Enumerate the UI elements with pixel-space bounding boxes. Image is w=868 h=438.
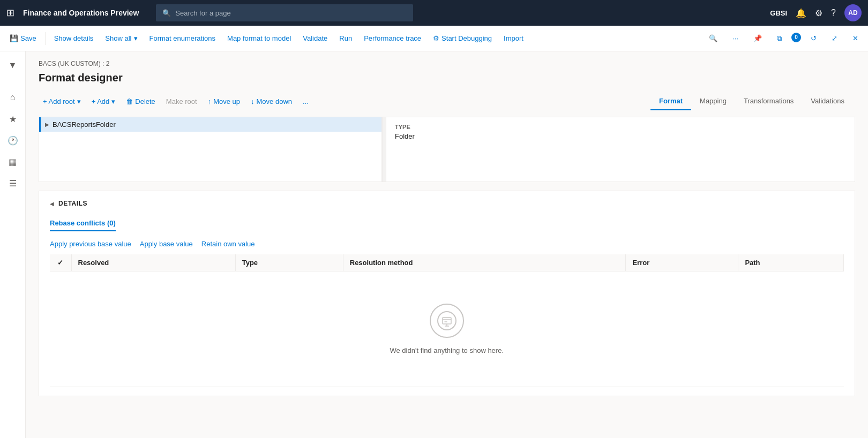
empty-state-icon bbox=[430, 304, 464, 338]
start-debugging-button[interactable]: ⚙ Start Debugging bbox=[428, 31, 497, 46]
filter-icon[interactable]: ▼ bbox=[3, 56, 23, 75]
save-icon: 💾 bbox=[10, 34, 18, 42]
sidebar-icon-workspaces[interactable]: ▦ bbox=[3, 152, 23, 171]
tab-transformations[interactable]: Transformations bbox=[735, 93, 802, 110]
notification-count-badge[interactable]: 0 bbox=[791, 33, 801, 42]
tree-root-row[interactable]: ▶ BACSReportsFolder bbox=[39, 117, 381, 132]
more-toolbar-icon[interactable]: ··· bbox=[727, 31, 744, 46]
section-collapse-arrow-icon: ◀ bbox=[50, 201, 54, 207]
move-down-arrow-icon: ↓ bbox=[251, 97, 255, 105]
view-icon[interactable]: ⧉ bbox=[772, 31, 787, 46]
pin-icon[interactable]: 📌 bbox=[748, 31, 767, 46]
empty-state: We didn't find anything to show here. bbox=[50, 271, 844, 387]
validate-button[interactable]: Validate bbox=[297, 31, 333, 46]
run-button[interactable]: Run bbox=[334, 31, 357, 46]
performance-trace-button[interactable]: Performance trace bbox=[358, 31, 426, 46]
add-button[interactable]: + Add ▾ bbox=[87, 95, 120, 108]
debug-icon: ⚙ bbox=[433, 34, 439, 42]
tab-validations[interactable]: Validations bbox=[802, 93, 853, 110]
show-all-chevron-icon: ▾ bbox=[134, 34, 138, 42]
conflicts-table: ✓ Resolved Type Resolution method Error … bbox=[50, 254, 844, 387]
rebase-conflicts-tab[interactable]: Rebase conflicts (0) bbox=[50, 216, 116, 231]
sidebar-icon-favorites[interactable]: ★ bbox=[3, 109, 23, 129]
move-up-button[interactable]: ↑ Move up bbox=[204, 95, 244, 108]
move-down-button[interactable]: ↓ Move down bbox=[246, 95, 296, 108]
move-up-arrow-icon: ↑ bbox=[208, 97, 212, 105]
tree-panel: ▶ BACSReportsFolder bbox=[39, 117, 382, 182]
tab-format[interactable]: Format bbox=[650, 93, 691, 110]
format-enumerations-button[interactable]: Format enumerations bbox=[144, 31, 221, 46]
sidebar-icon-list[interactable]: ☰ bbox=[3, 173, 23, 193]
help-icon[interactable]: ? bbox=[831, 8, 836, 18]
secondary-toolbar: 💾 Save Show details Show all ▾ Format en… bbox=[0, 26, 868, 51]
tab-bar: Format Mapping Transformations Validatio… bbox=[648, 93, 855, 110]
import-button[interactable]: Import bbox=[498, 31, 529, 46]
panel-split: ▶ BACSReportsFolder Type Folder bbox=[39, 117, 855, 182]
close-icon[interactable]: ✕ bbox=[847, 31, 864, 46]
grid-menu-icon[interactable]: ⊞ bbox=[6, 7, 14, 19]
search-box[interactable]: 🔍 Search for a page bbox=[156, 4, 413, 21]
search-icon: 🔍 bbox=[162, 9, 171, 17]
type-label: Type bbox=[395, 124, 415, 130]
show-all-button[interactable]: Show all ▾ bbox=[100, 31, 143, 46]
breadcrumb: BACS (UK CUSTOM) : 2 bbox=[39, 60, 855, 67]
delete-button[interactable]: 🗑 Delete bbox=[122, 95, 160, 108]
notification-icon[interactable]: 🔔 bbox=[796, 8, 806, 18]
sidebar-icon-home[interactable]: ⌂ bbox=[3, 88, 23, 107]
tree-root-label: BACSReportsFolder bbox=[53, 120, 116, 129]
table-header-row: ✓ Resolved Type Resolution method Error … bbox=[50, 254, 844, 271]
col-type-header: Type bbox=[235, 254, 343, 271]
main-content: BACS (UK CUSTOM) : 2 Format designer + A… bbox=[26, 51, 868, 438]
make-root-button: Make root bbox=[162, 95, 201, 108]
resize-handle[interactable] bbox=[382, 117, 386, 182]
svg-point-0 bbox=[438, 312, 456, 330]
top-nav: ⊞ Finance and Operations Preview 🔍 Searc… bbox=[0, 0, 868, 26]
col-resolved-header: Resolved bbox=[71, 254, 235, 271]
col-resolution-method-header: Resolution method bbox=[343, 254, 626, 271]
more-actions-button[interactable]: ... bbox=[298, 95, 313, 108]
apply-base-button[interactable]: Apply base value bbox=[140, 240, 193, 248]
details-section: ◀ DETAILS Rebase conflicts (0) Apply pre… bbox=[39, 191, 855, 396]
col-path-header: Path bbox=[738, 254, 844, 271]
conflicts-tabs: Rebase conflicts (0) bbox=[50, 216, 844, 231]
show-details-button[interactable]: Show details bbox=[49, 31, 99, 46]
type-value: Folder bbox=[395, 132, 415, 140]
tree-expand-arrow-icon: ▶ bbox=[45, 122, 49, 127]
refresh-icon[interactable]: ↺ bbox=[805, 31, 822, 46]
search-placeholder: Search for a page bbox=[175, 9, 230, 17]
svg-rect-1 bbox=[443, 318, 451, 324]
conflict-actions: Apply previous base value Apply base val… bbox=[50, 240, 844, 248]
empty-state-message: We didn't find anything to show here. bbox=[390, 346, 504, 354]
details-section-header[interactable]: ◀ DETAILS bbox=[50, 200, 844, 207]
expand-icon[interactable]: ⤢ bbox=[826, 31, 843, 46]
apply-previous-base-button[interactable]: Apply previous base value bbox=[50, 240, 131, 248]
settings-icon[interactable]: ⚙ bbox=[815, 8, 822, 18]
col-error-header: Error bbox=[626, 254, 738, 271]
tab-mapping[interactable]: Mapping bbox=[691, 93, 735, 110]
delete-trash-icon: 🗑 bbox=[126, 97, 133, 105]
add-root-button[interactable]: + Add root ▾ bbox=[39, 95, 85, 108]
page-title: Format designer bbox=[39, 72, 855, 84]
search-toolbar-icon[interactable]: 🔍 bbox=[704, 31, 723, 46]
main-layout: ▼ ⌂ ★ 🕐 ▦ ☰ BACS (UK CUSTOM) : 2 Format … bbox=[0, 51, 868, 438]
type-details-panel: Type Folder bbox=[386, 117, 855, 182]
map-format-button[interactable]: Map format to model bbox=[222, 31, 296, 46]
type-detail-item: Type Folder bbox=[395, 124, 415, 140]
table-body: We didn't find anything to show here. bbox=[50, 271, 844, 387]
retain-own-button[interactable]: Retain own value bbox=[201, 240, 255, 248]
org-label: GBSI bbox=[770, 9, 787, 17]
app-title: Finance and Operations Preview bbox=[23, 9, 139, 17]
add-chevron-icon: ▾ bbox=[111, 97, 115, 105]
user-avatar[interactable]: AD bbox=[844, 4, 862, 21]
col-check-header: ✓ bbox=[50, 254, 71, 271]
details-section-title: DETAILS bbox=[58, 200, 87, 207]
add-root-chevron-icon: ▾ bbox=[77, 97, 81, 105]
save-button[interactable]: 💾 Save bbox=[4, 31, 42, 46]
top-right-actions: GBSI 🔔 ⚙ ? AD bbox=[770, 4, 862, 21]
sidebar-icon-recent[interactable]: 🕐 bbox=[3, 131, 23, 150]
format-actions-bar: + Add root ▾ + Add ▾ 🗑 Delete Make root … bbox=[39, 93, 855, 110]
separator-1 bbox=[45, 32, 46, 45]
detail-rows: Type Folder bbox=[395, 124, 846, 140]
left-sidebar: ▼ ⌂ ★ 🕐 ▦ ☰ bbox=[0, 51, 26, 438]
empty-state-row: We didn't find anything to show here. bbox=[50, 271, 844, 387]
